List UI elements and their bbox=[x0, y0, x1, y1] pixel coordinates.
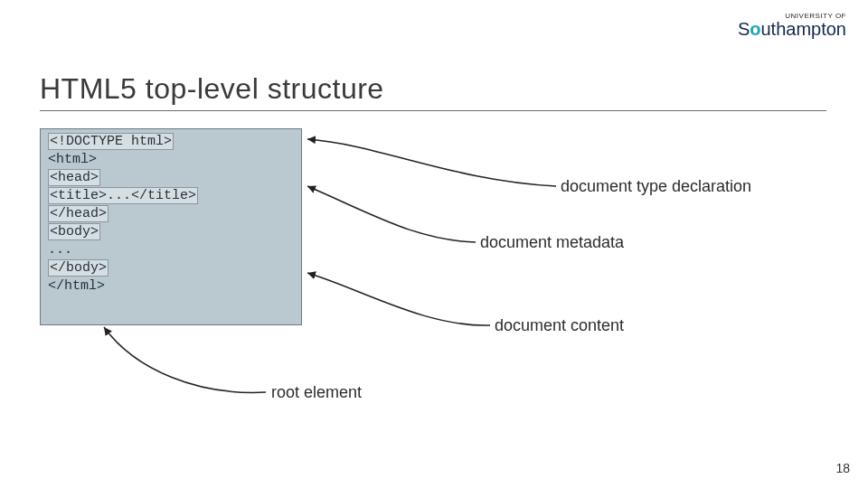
code-head-open: <head> bbox=[48, 169, 100, 186]
code-body-close: </body> bbox=[48, 259, 108, 277]
title-underline bbox=[40, 110, 826, 111]
logo-main: Southampton bbox=[738, 20, 846, 38]
code-title: <title>...</title> bbox=[48, 187, 198, 204]
label-content: document content bbox=[495, 316, 624, 335]
code-head-close: </head> bbox=[48, 205, 108, 222]
university-logo: UNIVERSITY OF Southampton bbox=[738, 13, 846, 38]
logo-text-rest: uthampton bbox=[760, 19, 846, 39]
logo-accent-letter: o bbox=[750, 19, 760, 39]
label-root: root element bbox=[271, 383, 362, 402]
page-number: 18 bbox=[835, 461, 850, 475]
code-html-open: <html> bbox=[48, 152, 97, 167]
code-box: <!DOCTYPE html> <html> <head> <title>...… bbox=[40, 128, 302, 325]
logo-text-pre: S bbox=[738, 19, 750, 39]
code-doctype: <!DOCTYPE html> bbox=[48, 133, 174, 150]
label-metadata: document metadata bbox=[480, 233, 624, 252]
label-doctype: document type declaration bbox=[561, 177, 751, 196]
code-html-close: </html> bbox=[48, 278, 105, 294]
code-ellipsis: ... bbox=[48, 242, 72, 258]
code-body-open: <body> bbox=[48, 223, 100, 240]
slide-title: HTML5 top-level structure bbox=[40, 72, 384, 106]
